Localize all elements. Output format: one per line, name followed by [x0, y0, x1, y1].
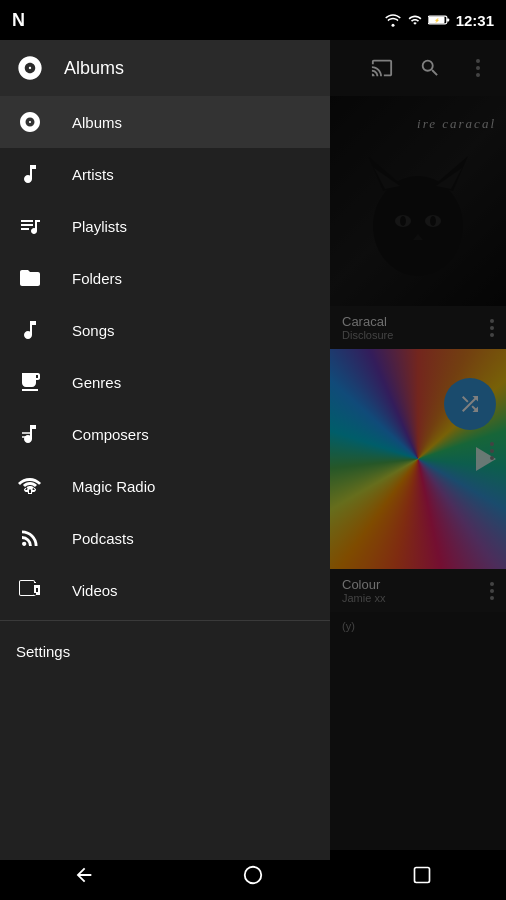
sidebar-item-podcasts[interactable]: Podcasts — [0, 512, 330, 564]
play-overlay — [466, 439, 506, 479]
magicradio-label: Magic Radio — [72, 478, 155, 495]
album-card-caracal: ire caracal — [330, 96, 506, 349]
playlist-nav-icon — [16, 212, 44, 240]
home-icon — [242, 864, 264, 886]
status-bar: N ⚡ 12:31 — [0, 0, 506, 40]
album-card-colour: Colour Jamie xx (y) — [330, 349, 506, 640]
more-button[interactable] — [458, 48, 498, 88]
svg-point-12 — [400, 216, 406, 226]
albums-label: Albums — [72, 114, 122, 131]
album-info-colour: Colour Jamie xx — [330, 569, 506, 612]
svg-rect-3 — [446, 18, 448, 21]
album-more-button-colour[interactable] — [490, 582, 494, 600]
svg-rect-16 — [414, 868, 429, 883]
signal-icon — [408, 13, 422, 27]
svg-point-0 — [391, 24, 394, 27]
artist-nav-icon — [16, 160, 44, 188]
folders-label: Folders — [72, 270, 122, 287]
sidebar-item-songs[interactable]: Songs — [0, 304, 330, 356]
recents-button[interactable] — [397, 850, 447, 900]
album-icon-toolbar — [16, 54, 44, 82]
app-logo: N — [12, 10, 25, 31]
sidebar-item-genres[interactable]: Genres — [0, 356, 330, 408]
songs-label: Songs — [72, 322, 115, 339]
radio-nav-icon — [16, 472, 44, 500]
album-more-button-caracal[interactable] — [490, 319, 494, 337]
app-bar — [330, 40, 506, 96]
svg-text:⚡: ⚡ — [433, 17, 439, 24]
playlists-label: Playlists — [72, 218, 127, 235]
bottom-more-button[interactable] — [490, 442, 494, 460]
sidebar-item-videos[interactable]: Videos — [0, 564, 330, 616]
search-button[interactable] — [410, 48, 450, 88]
recents-icon — [412, 865, 432, 885]
cast-icon — [371, 57, 393, 79]
shuffle-fab[interactable] — [444, 378, 496, 430]
podcasts-label: Podcasts — [72, 530, 134, 547]
svg-point-5 — [373, 176, 463, 276]
genres-label: Genres — [72, 374, 121, 391]
cat-silhouette — [348, 126, 488, 306]
sidebar-item-artists[interactable]: Artists — [0, 148, 330, 200]
battery-icon: ⚡ — [428, 13, 450, 27]
search-icon — [419, 57, 441, 79]
album-art-caracal: ire caracal — [330, 96, 506, 306]
album-nav-icon — [16, 108, 44, 136]
drawer-title: Albums — [64, 58, 124, 79]
more-vert-icon — [476, 59, 480, 77]
podcast-nav-icon — [16, 524, 44, 552]
genre-nav-icon — [16, 368, 44, 396]
drawer-toolbar: Albums — [0, 40, 330, 96]
song-nav-icon — [16, 316, 44, 344]
status-time: 12:31 — [456, 12, 494, 29]
albums-toolbar-icon — [16, 54, 44, 82]
back-icon — [73, 864, 95, 886]
navigation-drawer: Albums Albums Artists — [0, 40, 330, 860]
wifi-icon — [384, 13, 402, 27]
main-container: ire caracal — [0, 40, 506, 860]
sidebar-item-settings[interactable]: Settings — [0, 625, 330, 677]
album-info-caracal: Caracal Disclosure — [330, 306, 506, 349]
svg-point-15 — [245, 867, 262, 884]
svg-point-13 — [430, 216, 436, 226]
artists-label: Artists — [72, 166, 114, 183]
sidebar-item-magicradio[interactable]: Magic Radio — [0, 460, 330, 512]
sidebar-item-folders[interactable]: Folders — [0, 252, 330, 304]
cast-button[interactable] — [362, 48, 402, 88]
content-area: ire caracal — [330, 40, 506, 860]
composers-label: Composers — [72, 426, 149, 443]
album-artist-colour: Jamie xx — [342, 592, 385, 604]
album-artist-caracal: Disclosure — [342, 329, 393, 341]
sidebar-item-composers[interactable]: Composers — [0, 408, 330, 460]
folder-nav-icon — [16, 264, 44, 292]
videos-label: Videos — [72, 582, 118, 599]
video-nav-icon — [16, 576, 44, 604]
nav-list: Albums Artists Playlists — [0, 96, 330, 860]
shuffle-icon — [458, 392, 482, 416]
sidebar-item-playlists[interactable]: Playlists — [0, 200, 330, 252]
sidebar-item-albums[interactable]: Albums — [0, 96, 330, 148]
settings-label: Settings — [16, 643, 70, 660]
album-title-colour: Colour — [342, 577, 385, 592]
nav-divider — [0, 620, 330, 621]
album-title-caracal: Caracal — [342, 314, 393, 329]
composer-nav-icon — [16, 420, 44, 448]
status-icons: ⚡ 12:31 — [384, 12, 494, 29]
album-sub-text: (y) — [330, 612, 506, 640]
